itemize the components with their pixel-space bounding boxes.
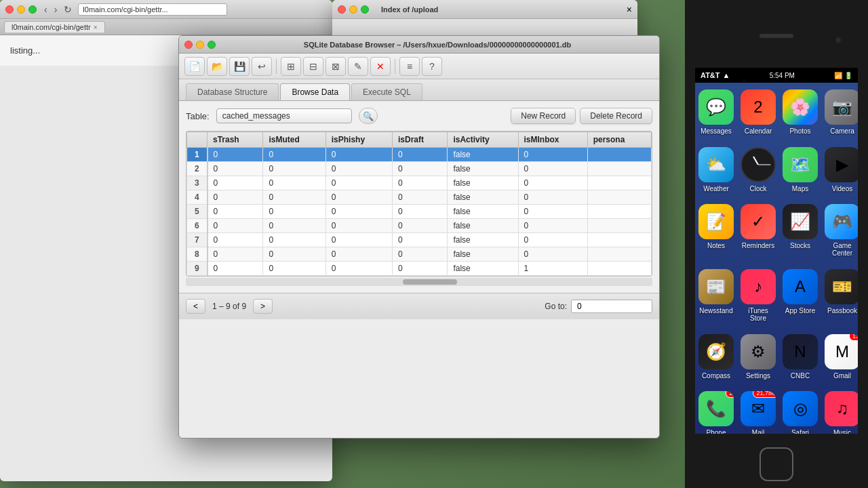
app-emoji-maps: 🗺️: [790, 155, 810, 174]
app-icon-messages[interactable]: 💬 Messages: [698, 89, 734, 140]
help-button[interactable]: ?: [422, 57, 442, 76]
upload-maximize-button[interactable]: [361, 5, 369, 14]
table-row[interactable]: 8 0 0 0 0 false 0: [187, 247, 652, 262]
app-icon-compass[interactable]: 🧭 Compass: [698, 334, 734, 385]
app-emoji-stocks: 📈: [790, 212, 810, 231]
sqlite-titlebar: SQLite Database Browser – /Users/hxue/Do…: [179, 36, 659, 54]
sql-button[interactable]: ≡: [399, 57, 420, 76]
app-icon-notes[interactable]: 📝 Notes: [698, 204, 734, 262]
add-table-button[interactable]: ⊟: [303, 57, 323, 76]
app-icon-reminders[interactable]: ✓ Reminders: [741, 204, 776, 262]
upload-minimize-button[interactable]: [349, 5, 357, 14]
search-button[interactable]: 🔍: [359, 108, 378, 124]
tab-database-structure[interactable]: Database Structure: [186, 83, 279, 100]
app-icon-settings[interactable]: ⚙ Settings: [741, 334, 776, 385]
delete-record-button[interactable]: Delete Record: [580, 108, 652, 124]
app-icon-passbook[interactable]: 🎫 Passbook: [825, 269, 858, 327]
app-icon-photos[interactable]: 🌸 Photos: [783, 89, 818, 140]
tab-close-icon[interactable]: ×: [94, 24, 98, 31]
cell-ismuted: 0: [263, 205, 326, 219]
app-label-reminders: Reminders: [742, 242, 774, 249]
upload-close-button[interactable]: [338, 5, 346, 14]
edit-table-button[interactable]: ✎: [348, 57, 368, 76]
table-select[interactable]: cached_messages: [216, 108, 352, 123]
app-icon-weather[interactable]: ⛅ Weather: [698, 147, 734, 198]
upload-close-icon[interactable]: ×: [627, 4, 632, 15]
table-row[interactable]: 3 0 0 0 0 false 0: [187, 176, 652, 190]
battery-icon: 📶 🔋: [834, 72, 852, 79]
app-icon-calendar[interactable]: 2 Calendar: [741, 89, 776, 140]
new-record-button[interactable]: New Record: [511, 108, 576, 124]
table-row[interactable]: 9 0 0 0 0 false 1: [187, 262, 652, 276]
open-file-button[interactable]: 📂: [207, 57, 227, 76]
table-row[interactable]: 2 0 0 0 0 false 0: [187, 162, 652, 176]
forward-button[interactable]: ›: [52, 4, 60, 15]
maximize-button[interactable]: [28, 5, 37, 14]
app-icon-camera[interactable]: 📷 Camera: [825, 89, 858, 140]
cell-isdraft: 0: [392, 205, 447, 219]
col-isactivity[interactable]: isActivity: [448, 132, 518, 148]
url-bar[interactable]: [78, 3, 227, 16]
table-row[interactable]: 6 0 0 0 0 false 0: [187, 219, 652, 233]
back-button[interactable]: ‹: [42, 4, 50, 15]
scrollbar-thumb[interactable]: [403, 279, 457, 285]
cell-ismuted: 0: [263, 219, 326, 233]
table-button[interactable]: ⊞: [281, 57, 301, 76]
app-icon-safari[interactable]: ◎ Safari: [783, 391, 818, 434]
app-emoji-newsstand: 📰: [706, 277, 726, 296]
table-row[interactable]: 7 0 0 0 0 false 0: [187, 233, 652, 247]
upload-titlebar: Index of /upload ×: [332, 0, 637, 19]
col-isdraft[interactable]: isDraft: [392, 132, 447, 148]
app-icon-clock[interactable]: Clock: [741, 147, 776, 198]
next-page-button[interactable]: >: [253, 299, 273, 314]
col-ismuted[interactable]: isMuted: [263, 132, 326, 148]
app-emoji-weather: ⛅: [706, 155, 726, 174]
app-icon-appstore[interactable]: A App Store: [783, 269, 818, 327]
app-icon-gmail[interactable]: M 13 Gmail: [825, 334, 858, 385]
app-icon-phone[interactable]: 📞 2 Phone: [698, 391, 734, 434]
app-icon-music[interactable]: ♫ Music: [825, 391, 858, 434]
table-row[interactable]: 4 0 0 0 0 false 0: [187, 190, 652, 205]
minimize-button[interactable]: [17, 5, 25, 14]
app-icon-stocks[interactable]: 📈 Stocks: [783, 204, 818, 262]
sqlite-maximize-button[interactable]: [208, 41, 216, 49]
undo-button[interactable]: ↩: [252, 57, 272, 76]
prev-page-button[interactable]: <: [186, 299, 205, 314]
app-icon-gamecenter[interactable]: 🎮 Game Center: [825, 204, 858, 262]
app-icon-mail[interactable]: ✉ 21,786 Mail: [741, 391, 776, 434]
app-icon-itunes[interactable]: ♪ iTunes Store: [741, 269, 776, 327]
delete-table-button[interactable]: ⊠: [326, 57, 346, 76]
app-img-appstore: A: [783, 269, 818, 304]
home-button[interactable]: [760, 447, 793, 481]
browser-tab[interactable]: l0main.com/cgi-bin/gettr ×: [4, 21, 105, 33]
horizontal-scrollbar[interactable]: [186, 278, 652, 286]
tab-execute-sql[interactable]: Execute SQL: [351, 83, 422, 100]
app-icon-videos[interactable]: ▶ Videos: [825, 147, 858, 198]
app-img-passbook: 🎫: [825, 269, 858, 304]
save-button[interactable]: 💾: [229, 57, 250, 76]
col-isphishy[interactable]: isPhishy: [326, 132, 392, 148]
row-num: 2: [187, 162, 208, 176]
sqlite-minimize-button[interactable]: [196, 41, 204, 49]
app-emoji-settings: ⚙: [751, 342, 766, 361]
new-file-button[interactable]: 📄: [184, 57, 205, 76]
app-img-photos: 🌸: [783, 89, 818, 125]
delete-row-button[interactable]: ✕: [370, 57, 391, 76]
sqlite-close-button[interactable]: [184, 41, 193, 49]
close-button[interactable]: [5, 5, 14, 14]
cell-strash: 0: [208, 219, 263, 233]
col-isminbox[interactable]: isMInbox: [518, 132, 587, 148]
app-label-compass: Compass: [702, 372, 730, 380]
app-icon-newsstand[interactable]: 📰 Newsstand: [698, 269, 734, 327]
col-strash[interactable]: sTrash: [208, 132, 263, 148]
refresh-button[interactable]: ↻: [62, 4, 74, 15]
app-icon-cnbc[interactable]: N CNBC: [783, 334, 818, 385]
app-emoji-mail: ✉: [751, 399, 765, 418]
app-icon-maps[interactable]: 🗺️ Maps: [783, 147, 818, 198]
tab-browse-data[interactable]: Browse Data: [280, 83, 350, 100]
col-persona[interactable]: persona: [587, 132, 651, 148]
goto-input[interactable]: [571, 300, 652, 313]
table-row[interactable]: 5 0 0 0 0 false 0: [187, 205, 652, 219]
table-row[interactable]: 1 0 0 0 0 false 0: [187, 148, 652, 162]
row-num: 9: [187, 262, 208, 276]
